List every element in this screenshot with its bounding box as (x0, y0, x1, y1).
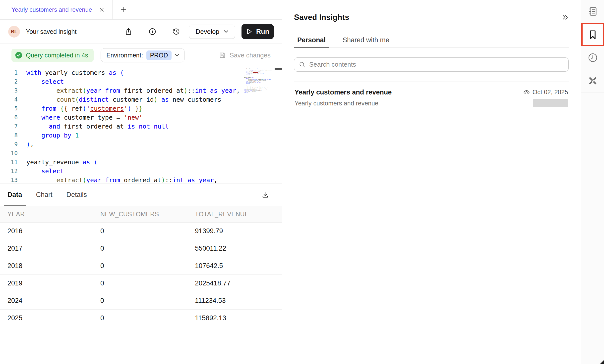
info-icon[interactable] (148, 27, 157, 36)
table-row: 20240111234.53 (0, 292, 282, 310)
table-cell: 115892.13 (195, 314, 282, 322)
develop-button[interactable]: Develop (189, 25, 235, 39)
bookmark-icon (587, 29, 598, 40)
table-cell: 0 (100, 279, 195, 287)
thumbnail-placeholder (533, 99, 568, 107)
line-number: 3 (0, 86, 19, 95)
query-statusbar: Query completed in 4s Environment: PROD … (0, 44, 282, 67)
close-tab-icon[interactable] (99, 7, 105, 13)
panel-title: Saved Insights (294, 13, 349, 22)
table-cell: 2024 (7, 297, 100, 305)
line-number: 1 (0, 68, 19, 77)
indent-guide (42, 122, 42, 131)
line-number: 12 (0, 167, 19, 176)
toolbar-icons (124, 27, 181, 36)
run-button[interactable]: Run (242, 24, 274, 39)
search-input[interactable] (309, 61, 564, 68)
code-line: extract(year from first_ordered_at)::int… (26, 86, 244, 95)
query-status-pill: Query completed in 4s (11, 49, 94, 62)
line-number: 11 (0, 158, 19, 167)
table-cell: 111234.53 (195, 297, 282, 305)
insight-title: Your saved insight (26, 28, 76, 35)
tab-label: Yearly customers and revenue (11, 6, 92, 13)
query-status-text: Query completed in 4s (26, 52, 88, 59)
table-cell: 0 (100, 297, 195, 305)
line-number-gutter: 12345678910111213 (0, 67, 19, 183)
table-row: 20250115892.13 (0, 310, 282, 327)
results-tabbar: Data Chart Details (0, 183, 282, 206)
code-content: with yearly_customers as ( select extrac… (19, 67, 244, 183)
sql-editor: 12345678910111213 with yearly_customers … (0, 67, 282, 183)
app-root: Yearly customers and revenue BL Your sav… (0, 0, 604, 364)
rail-dbt-button[interactable] (581, 69, 604, 92)
environment-label: Environment: (106, 52, 143, 59)
date-text: Oct 02, 2025 (533, 89, 568, 96)
indent-guide (27, 167, 27, 183)
tab-yearly-customers-and-revenue[interactable]: Yearly customers and revenue (0, 0, 113, 19)
save-icon (219, 51, 226, 59)
table-cell: 2025418.77 (195, 279, 282, 287)
table-row: 20170550011.22 (0, 240, 282, 257)
search-contents-box (294, 57, 569, 72)
table-cell: 0 (100, 245, 195, 252)
save-changes-label: Save changes (230, 51, 271, 59)
rail-notebook-button[interactable] (581, 0, 604, 23)
line-number: 2 (0, 77, 19, 86)
indent-guide (42, 86, 42, 104)
table-cell: 550011.22 (195, 245, 282, 252)
table-cell: 2018 (7, 262, 100, 270)
table-cell: 2019 (7, 279, 100, 287)
table-row: 2016091399.79 (0, 223, 282, 240)
indent-guide (42, 176, 42, 183)
table-cell: 2016 (7, 227, 100, 235)
code-line: select (26, 167, 244, 176)
code-line: extract(year from ordered_at)::int as ye… (26, 176, 244, 183)
history-icon[interactable] (172, 27, 181, 36)
environment-value-badge: PROD (146, 50, 171, 60)
line-number: 10 (0, 149, 19, 158)
insights-tabbar: Personal Shared with me (294, 36, 569, 48)
tab-personal[interactable]: Personal (294, 36, 329, 47)
list-item-title: Yearly customers and revenue (295, 89, 392, 96)
eye-icon (523, 89, 530, 96)
develop-label: Develop (196, 28, 219, 36)
table-cell: 2017 (7, 245, 100, 252)
collapse-panel-icon[interactable] (562, 14, 569, 21)
code-area[interactable]: with yearly_customers as ( select extrac… (19, 67, 282, 183)
editor-scrollbar[interactable] (275, 68, 282, 70)
table-cell: 0 (100, 227, 195, 235)
saved-insights-panel: Saved Insights Personal Shared with me Y… (282, 0, 581, 364)
rail-history-button[interactable] (581, 46, 604, 69)
environment-select[interactable]: Environment: PROD (101, 48, 185, 62)
code-line: select (26, 77, 244, 86)
new-tab-button[interactable] (113, 0, 134, 19)
avatar[interactable]: BL (8, 26, 20, 38)
code-line: and first_ordered_at is not null (26, 122, 244, 131)
results-panel: Data Chart Details YEARNEW_CUSTOMERSTOTA… (0, 183, 282, 364)
tab-shared-with-me[interactable]: Shared with me (339, 36, 393, 47)
code-line: group by 1 (26, 131, 244, 140)
resize-handle[interactable] (600, 360, 604, 364)
code-line (26, 149, 244, 158)
indent-guide (27, 77, 27, 140)
table-cell: 107642.5 (195, 262, 282, 270)
insight-toolbar: BL Your saved insight Develop Run (0, 20, 282, 44)
tab-details[interactable]: Details (63, 183, 91, 206)
table-row: 20180107642.5 (0, 257, 282, 275)
share-icon[interactable] (124, 27, 133, 36)
tab-chart[interactable]: Chart (33, 183, 56, 206)
saved-insights-header: Saved Insights (294, 0, 569, 22)
download-icon[interactable] (261, 191, 269, 199)
line-number: 9 (0, 140, 19, 149)
plus-icon (120, 6, 127, 13)
save-changes-button[interactable]: Save changes (219, 51, 271, 59)
code-line: from {{ ref('customers') }} (26, 104, 244, 113)
tab-data[interactable]: Data (4, 183, 26, 206)
editor-minimap[interactable]: with yearly_customers as ( select extrac… (244, 68, 275, 93)
query-workspace-panel: Yearly customers and revenue BL Your sav… (0, 0, 282, 364)
rail-saved-insights-button[interactable] (581, 23, 604, 46)
list-item-yearly-customers[interactable]: Yearly customers and revenue Yearly cust… (294, 82, 569, 114)
run-label: Run (256, 28, 269, 36)
line-number: 7 (0, 122, 19, 131)
chevron-down-icon (224, 30, 228, 33)
